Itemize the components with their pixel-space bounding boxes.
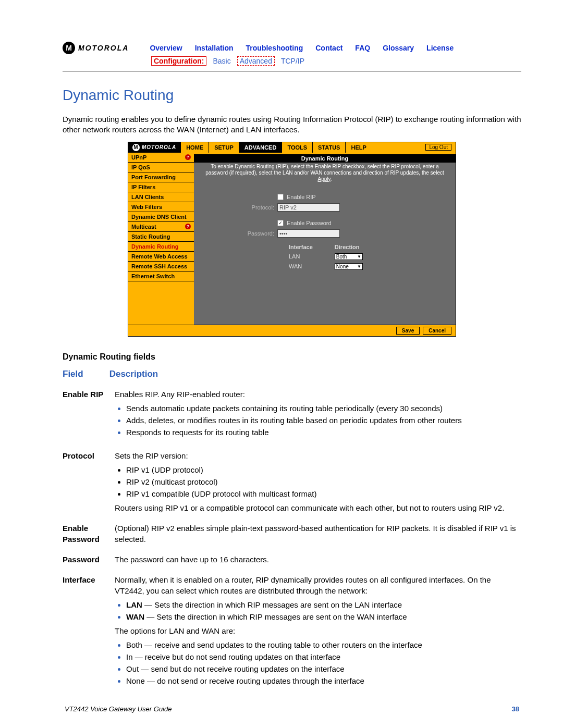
sidebar-item-static-routing[interactable]: Static Routing — [128, 232, 194, 242]
sidebar-item-label: Remote Web Access — [131, 253, 188, 260]
sidebar-item-dynamic-dns-client[interactable]: Dynamic DNS Client — [128, 212, 194, 222]
sidebar-item-label: LAN Clients — [131, 194, 164, 200]
sidebar-item-label: Dynamic Routing — [131, 243, 178, 250]
sidebar-item-dynamic-routing[interactable]: Dynamic Routing — [128, 242, 194, 252]
iface-lan: LAN — [278, 252, 323, 261]
col-interface: Interface — [278, 243, 323, 251]
nav-glossary[interactable]: Glossary — [383, 44, 414, 52]
panel-description: To enable Dynamic Routing (RIP), select … — [194, 163, 456, 186]
shot-brand: M MOTOROLA — [128, 142, 180, 153]
sidebar-item-ip-filters[interactable]: IP Filters — [128, 182, 194, 192]
field-enable-rip: Enable RIP Enables RIP. Any RIP-enabled … — [63, 389, 521, 441]
cancel-button[interactable]: Cancel — [423, 327, 451, 335]
sidebar-item-label: Multicast — [131, 224, 156, 230]
nav-installation[interactable]: Installation — [195, 44, 234, 52]
sidebar-item-label: Web Filters — [131, 204, 162, 210]
sidebar-item-label: UPnP — [131, 154, 146, 161]
sidebar-item-label: IP QoS — [131, 164, 150, 170]
subnav-tcpip[interactable]: TCP/IP — [281, 57, 304, 65]
protocol-label: Protocol: — [210, 204, 277, 211]
sidebar-item-label: Ethernet Switch — [131, 273, 175, 279]
field-enable-password: Enable Password (Optional) RIP v2 enable… — [63, 523, 521, 545]
sidebar-item-multicast[interactable]: Multicast? — [128, 222, 194, 232]
nav-contact[interactable]: Contact — [315, 44, 342, 52]
sidebar-item-remote-ssh-access[interactable]: Remote SSH Access — [128, 262, 194, 272]
intro-text: Dynamic routing enables you to define dy… — [63, 114, 521, 135]
tab-advanced[interactable]: ADVANCED — [239, 142, 282, 153]
top-nav: Overview Installation Troubleshooting Co… — [150, 44, 454, 52]
motorola-batwing-icon: M — [132, 144, 140, 151]
sidebar-item-remote-web-access[interactable]: Remote Web Access — [128, 252, 194, 262]
config-label: Configuration: — [151, 56, 206, 66]
sidebar-item-port-forwarding[interactable]: Port Forwarding — [128, 172, 194, 182]
enable-password-checkbox[interactable]: ✓ — [277, 220, 284, 226]
tab-setup[interactable]: SETUP — [209, 142, 239, 153]
sidebar-item-label: IP Filters — [131, 184, 155, 190]
protocol-select[interactable] — [277, 203, 340, 212]
sidebar-item-label: Dynamic DNS Client — [131, 214, 187, 220]
sub-nav: Configuration: Basic Advanced TCP/IP — [151, 56, 521, 66]
tab-tools[interactable]: TOOLS — [282, 142, 312, 153]
tab-status[interactable]: STATUS — [312, 142, 345, 153]
motorola-batwing-icon: M — [63, 42, 75, 54]
fields-section-title: Dynamic Routing fields — [63, 352, 521, 362]
sidebar-item-ethernet-switch[interactable]: Ethernet Switch — [128, 272, 194, 281]
page-title: Dynamic Routing — [63, 87, 521, 104]
divider — [63, 71, 521, 71]
dir-wan-select[interactable]: None▼ — [335, 263, 363, 270]
help-icon[interactable]: ? — [185, 224, 191, 229]
enable-password-label: Enable Password — [287, 220, 332, 226]
field-interface: Interface Normally, when it is enabled o… — [63, 574, 521, 689]
col-description: Description — [109, 369, 158, 379]
sidebar-item-ip-qos[interactable]: IP QoS — [128, 163, 194, 172]
brand-text: MOTOROLA — [78, 44, 129, 52]
guide-title: VT2442 Voice Gateway User Guide — [65, 705, 172, 713]
panel-title: Dynamic Routing — [194, 154, 456, 163]
save-button[interactable]: Save — [396, 327, 420, 335]
password-label: Password: — [210, 230, 277, 237]
col-direction: Direction — [324, 243, 373, 251]
router-ui-screenshot: M MOTOROLA HOME SETUP ADVANCED TOOLS STA… — [128, 142, 456, 337]
nav-license[interactable]: License — [426, 44, 454, 52]
dir-lan-select[interactable]: Both▼ — [335, 253, 363, 260]
sidebar-item-label: Static Routing — [131, 233, 170, 240]
sidebar-item-label: Remote SSH Access — [131, 263, 187, 269]
enable-rip-label: Enable RIP — [287, 194, 316, 200]
panel-desc-text: To enable Dynamic Routing (RIP), select … — [205, 164, 444, 176]
apply-link[interactable]: Apply — [317, 176, 330, 182]
field-password: Password The password can have up to 16 … — [63, 554, 521, 565]
sidebar-item-lan-clients[interactable]: LAN Clients — [128, 192, 194, 202]
sidebar-item-upnp[interactable]: UPnP? — [128, 153, 194, 163]
field-protocol: Protocol Sets the RIP version: RIP v1 (U… — [63, 450, 521, 513]
help-icon[interactable]: ? — [185, 154, 191, 160]
shot-sidebar: UPnP?IP QoSPort ForwardingIP FiltersLAN … — [128, 153, 194, 325]
sidebar-item-web-filters[interactable]: Web Filters — [128, 202, 194, 212]
nav-faq[interactable]: FAQ — [355, 44, 370, 52]
sidebar-item-label: Port Forwarding — [131, 174, 176, 180]
iface-wan: WAN — [278, 262, 323, 271]
subnav-basic[interactable]: Basic — [213, 57, 230, 65]
interface-table: Interface Direction LAN Both▼ WAN None▼ — [277, 242, 374, 272]
logout-button[interactable]: Log Out — [425, 144, 451, 151]
password-input[interactable] — [277, 229, 340, 238]
page-number: 38 — [512, 705, 519, 713]
subnav-advanced[interactable]: Advanced — [237, 56, 275, 66]
col-field: Field — [63, 369, 83, 379]
nav-troubleshooting[interactable]: Troubleshooting — [246, 44, 303, 52]
brand-logo: M MOTOROLA — [63, 42, 129, 54]
enable-rip-checkbox[interactable] — [277, 194, 284, 200]
page-footer: VT2442 Voice Gateway User Guide 38 — [63, 705, 521, 713]
tab-help[interactable]: HELP — [345, 142, 371, 153]
nav-overview[interactable]: Overview — [150, 44, 182, 52]
shot-brand-text: MOTOROLA — [142, 144, 176, 150]
tab-home[interactable]: HOME — [180, 142, 209, 153]
